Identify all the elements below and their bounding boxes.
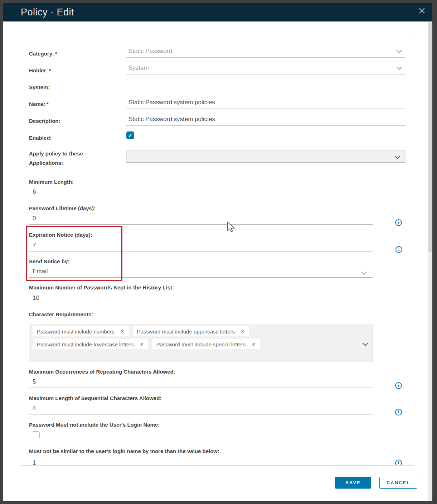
chevron-down-icon: [361, 269, 367, 275]
max-repeating-value: 5: [33, 378, 36, 385]
password-lifetime-label: Password Lifetime (days):: [29, 205, 96, 211]
info-icon[interactable]: i: [395, 219, 402, 226]
password-lifetime-input[interactable]: 0: [29, 215, 373, 225]
similarity-input[interactable]: 1: [29, 458, 373, 466]
enabled-checkbox[interactable]: ✓: [126, 131, 134, 139]
no-login-name-checkbox[interactable]: [32, 431, 40, 439]
category-value: Static Password: [128, 48, 172, 55]
minimum-length-input[interactable]: 6: [29, 188, 373, 198]
dialog-header: Policy - Edit ✕: [3, 3, 432, 21]
info-icon[interactable]: i: [395, 246, 402, 253]
description-label: Description:: [29, 118, 60, 124]
info-icon[interactable]: i: [395, 409, 402, 416]
name-value: Static Password system policies: [128, 99, 215, 106]
max-history-input[interactable]: 10: [29, 294, 373, 304]
expiration-notice-input[interactable]: 7: [29, 241, 373, 251]
save-button[interactable]: SAVE: [335, 477, 371, 489]
check-icon: ✓: [128, 132, 133, 139]
description-value: Static Password system policies: [128, 116, 215, 123]
minimum-length-label: Minimum Length:: [29, 179, 74, 185]
max-history-label: Maximum Number of Passwords Kept in the …: [29, 284, 174, 291]
send-notice-by-label: Send Notice by:: [29, 258, 69, 264]
expiration-notice-value: 7: [33, 242, 36, 249]
category-label: Category:*: [29, 51, 57, 57]
category-select[interactable]: Static Password: [126, 45, 406, 58]
policy-edit-dialog: Policy - Edit ✕ Category:* Static Passwo…: [3, 3, 432, 501]
chip-remove-icon[interactable]: ✕: [140, 341, 144, 347]
character-requirements-label: Character Requirements:: [29, 311, 93, 317]
name-label: Name:*: [29, 101, 49, 107]
info-icon[interactable]: i: [395, 460, 402, 466]
info-icon[interactable]: i: [395, 382, 402, 389]
chip-item: Password must include special letters ✕: [152, 339, 260, 349]
close-icon[interactable]: ✕: [418, 6, 426, 16]
holder-label: Holder:*: [29, 67, 51, 73]
dialog-title: Policy - Edit: [21, 7, 74, 18]
chip-item: Password must include lowercase letters …: [33, 339, 148, 349]
holder-select[interactable]: System: [126, 62, 406, 75]
cancel-button[interactable]: CANCEL: [379, 477, 417, 489]
chevron-down-icon: [363, 341, 368, 346]
name-input[interactable]: Static Password system policies: [126, 96, 406, 109]
chip-remove-icon[interactable]: ✕: [241, 328, 245, 334]
chip-item: Password must include uppercase letters …: [133, 326, 249, 336]
expiration-notice-label: Expiration Notice (days):: [29, 232, 92, 238]
chip-remove-icon[interactable]: ✕: [252, 341, 256, 347]
apply-policy-label: Apply policy to these Applications:: [29, 149, 115, 168]
max-sequential-input[interactable]: 4: [29, 405, 373, 414]
similarity-label: Must not be similar to the user's login …: [29, 448, 219, 454]
chip-item: Password must include numbers ✕: [33, 326, 129, 336]
required-asterisk: *: [55, 51, 57, 57]
enabled-label: Enabled:: [29, 135, 52, 141]
page-background: { "dialog": { "title": "Policy - Edit" }…: [0, 0, 437, 504]
password-lifetime-value: 0: [33, 215, 36, 222]
max-repeating-input[interactable]: 5: [29, 378, 373, 388]
form-card: Category:* Static Password Holder:* Syst…: [20, 36, 415, 466]
required-asterisk: *: [49, 67, 51, 73]
max-sequential-label: Maximum Length of Sequential Characters …: [29, 395, 161, 401]
system-label: System:: [29, 84, 50, 90]
apply-policy-select[interactable]: [126, 150, 406, 163]
similarity-value: 1: [33, 459, 36, 466]
max-repeating-label: Maximum Occurrences of Repeating Charact…: [29, 369, 175, 375]
chevron-down-icon: [395, 154, 400, 159]
chevron-down-icon: [397, 64, 402, 70]
chip-remove-icon[interactable]: ✕: [120, 328, 125, 334]
description-input[interactable]: Static Password system policies: [126, 112, 406, 126]
holder-value: System: [128, 64, 149, 72]
max-sequential-value: 4: [33, 405, 36, 412]
chevron-down-icon: [397, 48, 402, 53]
max-history-value: 10: [33, 294, 39, 302]
required-asterisk: *: [47, 101, 49, 107]
minimum-length-value: 6: [33, 188, 36, 196]
vertical-scrollbar[interactable]: [428, 21, 432, 501]
no-login-name-label: Password Must not include the User's Log…: [29, 422, 160, 428]
character-requirements-multiselect[interactable]: Password must include numbers ✕ Password…: [29, 324, 373, 362]
send-notice-by-value: Email: [33, 268, 48, 275]
send-notice-by-select[interactable]: Email: [29, 268, 373, 278]
scrollbar-thumb[interactable]: [428, 23, 432, 252]
